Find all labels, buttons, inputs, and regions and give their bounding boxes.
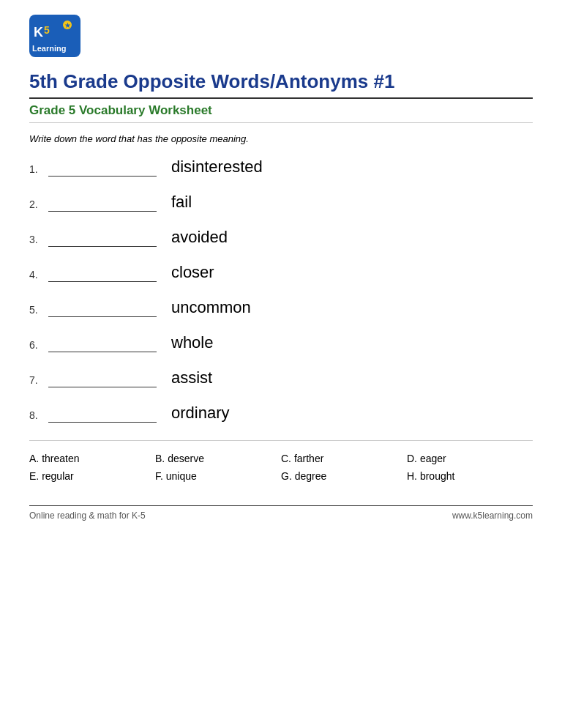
bank-word: deserve (168, 453, 204, 464)
bank-item: E. regular (29, 469, 155, 483)
footer: Online reading & math for K-5 www.k5lear… (29, 505, 533, 521)
question-row: 4.closer (29, 263, 533, 282)
question-row: 3.avoided (29, 228, 533, 247)
page-title: 5th Grade Opposite Words/Antonyms #1 (29, 70, 533, 99)
question-word: closer (171, 263, 214, 282)
question-row: 1.disinterested (29, 157, 533, 177)
bank-word: eager (420, 453, 446, 464)
question-number: 7. (29, 374, 48, 387)
bank-item: F. unique (155, 469, 281, 483)
question-row: 2.fail (29, 193, 533, 212)
answer-line[interactable] (48, 371, 157, 387)
question-number: 3. (29, 234, 48, 247)
bank-letter: A. (29, 453, 42, 464)
question-word: assist (171, 368, 212, 387)
bank-letter: F. (155, 470, 166, 482)
svg-text:5: 5 (44, 24, 50, 36)
questions-section: 1.disinterested2.fail3.avoided4.closer5.… (29, 157, 533, 423)
bank-letter: C. (281, 453, 294, 464)
answer-line[interactable] (48, 266, 157, 282)
bank-word: brought (420, 470, 454, 482)
question-number: 4. (29, 269, 48, 282)
footer-right: www.k5learning.com (452, 510, 533, 521)
subtitle: Grade 5 Vocabulary Worksheet (29, 103, 533, 123)
question-number: 5. (29, 304, 48, 317)
question-row: 5.uncommon (29, 298, 533, 317)
answer-line[interactable] (48, 196, 157, 212)
question-word: uncommon (171, 298, 251, 317)
bank-item: D. eager (407, 451, 533, 466)
question-number: 8. (29, 409, 48, 423)
question-number: 1. (29, 163, 48, 177)
bank-word: regular (42, 470, 74, 482)
question-row: 6.whole (29, 333, 533, 352)
answer-line[interactable] (48, 406, 157, 423)
bank-item: C. farther (281, 451, 407, 466)
answer-line[interactable] (48, 336, 157, 352)
footer-left: Online reading & math for K-5 (29, 510, 146, 521)
answer-bank: A. threatenB. deserveC. fartherD. eagerE… (29, 440, 533, 483)
question-word: ordinary (171, 404, 229, 423)
answer-line[interactable] (48, 231, 157, 247)
logo: K 5 Learning ★ (29, 15, 80, 57)
answer-line[interactable] (48, 160, 157, 177)
bank-letter: E. (29, 470, 42, 482)
question-number: 6. (29, 339, 48, 352)
question-word: whole (171, 333, 213, 352)
bank-word: degree (295, 470, 327, 482)
bank-item: B. deserve (155, 451, 281, 466)
question-word: avoided (171, 228, 228, 247)
bank-word: farther (294, 453, 323, 464)
bank-letter: G. (281, 470, 295, 482)
bank-item: G. degree (281, 469, 407, 483)
question-word: disinterested (171, 157, 263, 177)
bank-letter: H. (407, 470, 420, 482)
bank-item: H. brought (407, 469, 533, 483)
bank-letter: B. (155, 453, 168, 464)
bank-word: unique (166, 470, 197, 482)
bank-letter: D. (407, 453, 420, 464)
bank-word: threaten (42, 453, 79, 464)
answer-line[interactable] (48, 301, 157, 317)
question-number: 2. (29, 198, 48, 212)
svg-text:★: ★ (64, 21, 71, 29)
bank-item: A. threaten (29, 451, 155, 466)
logo-area: K 5 Learning ★ (29, 15, 533, 57)
question-row: 8.ordinary (29, 404, 533, 423)
svg-text:Learning: Learning (32, 44, 66, 53)
question-row: 7.assist (29, 368, 533, 387)
question-word: fail (171, 193, 192, 212)
svg-text:K: K (34, 25, 43, 40)
instructions: Write down the word that has the opposit… (29, 133, 533, 144)
